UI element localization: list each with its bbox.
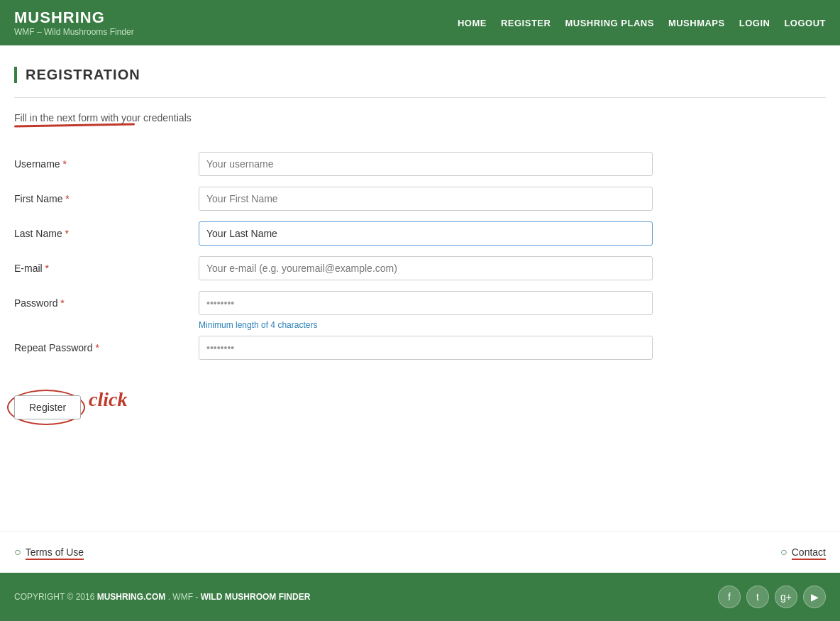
contact-bullet: ○ — [780, 546, 788, 559]
contact-link-item: ○ Contact — [780, 546, 826, 559]
password-row: Password * — [14, 291, 826, 315]
copyright-text: COPYRIGHT © 2016 MUSHRING.COM . WMF - WI… — [14, 592, 310, 602]
terms-bullet: ○ — [14, 546, 21, 559]
terms-link[interactable]: Terms of Use — [26, 546, 84, 558]
email-input[interactable] — [199, 256, 653, 280]
page-title: REGISTRATION — [26, 67, 826, 83]
title-divider — [14, 97, 826, 98]
repeat-password-required: * — [95, 342, 99, 353]
site-name: MUSHRING — [14, 9, 134, 27]
twitter-icon[interactable]: t — [746, 586, 769, 608]
submit-row: Register click — [14, 374, 826, 419]
main-content: REGISTRATION Fill in the next form with … — [0, 45, 840, 451]
firstname-input[interactable] — [199, 187, 653, 211]
form-description: Fill in the next form with your credenti… — [14, 112, 192, 123]
register-section: Register click — [14, 395, 81, 419]
nav-mushmaps[interactable]: MUSHMAPS — [668, 18, 725, 28]
firstname-row: First Name * — [14, 187, 826, 211]
firstname-label: First Name * — [14, 193, 199, 204]
password-required: * — [60, 297, 64, 309]
footer-links: ○ Terms of Use ○ Contact — [0, 531, 840, 573]
brand-link[interactable]: MUSHRING.COM — [97, 592, 166, 602]
lastname-row: Last Name * — [14, 221, 826, 246]
email-row: E-mail * — [14, 256, 826, 280]
click-annotation: click — [89, 388, 127, 411]
repeat-password-row: Repeat Password * — [14, 336, 826, 360]
lastname-input[interactable] — [199, 221, 653, 246]
facebook-icon[interactable]: f — [718, 586, 741, 608]
register-button[interactable]: Register — [14, 395, 81, 419]
username-required: * — [62, 158, 66, 170]
password-label: Password * — [14, 297, 199, 309]
nav-home[interactable]: HOME — [458, 18, 487, 28]
google-plus-icon[interactable]: g+ — [775, 586, 797, 608]
nav-plans[interactable]: MUSHRING PLANS — [565, 18, 653, 28]
site-header: MUSHRING WMF – Wild Mushrooms Finder HOM… — [0, 0, 840, 45]
bottom-footer: COPYRIGHT © 2016 MUSHRING.COM . WMF - WI… — [0, 573, 840, 621]
nav-logout[interactable]: LOGOUT — [784, 18, 826, 28]
contact-link[interactable]: Contact — [792, 546, 826, 558]
username-input[interactable] — [199, 152, 653, 176]
firstname-required: * — [65, 193, 69, 204]
repeat-password-label: Repeat Password * — [14, 342, 199, 353]
email-required: * — [45, 263, 49, 274]
registration-form: Username * First Name * Last — [14, 152, 826, 419]
tagline-link[interactable]: WILD MUSHROOM FINDER — [201, 592, 311, 602]
nav-login[interactable]: LOGIN — [739, 18, 770, 28]
lastname-required: * — [65, 228, 69, 239]
page-title-section: REGISTRATION — [14, 67, 826, 83]
main-nav: HOME REGISTER MUSHRING PLANS MUSHMAPS LO… — [458, 18, 826, 28]
nav-register[interactable]: REGISTER — [501, 18, 551, 28]
email-label: E-mail * — [14, 263, 199, 274]
username-row: Username * — [14, 152, 826, 176]
social-icons: f t g+ ▶ — [718, 586, 826, 608]
lastname-label: Last Name * — [14, 228, 199, 239]
username-label: Username * — [14, 158, 199, 170]
password-input[interactable] — [199, 291, 653, 315]
repeat-password-input[interactable] — [199, 336, 653, 360]
site-tagline: WMF – Wild Mushrooms Finder — [14, 27, 134, 37]
password-hint: Minimum length of 4 characters — [199, 320, 826, 330]
brand: MUSHRING WMF – Wild Mushrooms Finder — [14, 9, 134, 37]
terms-link-item: ○ Terms of Use — [14, 546, 84, 559]
youtube-icon[interactable]: ▶ — [803, 586, 826, 608]
